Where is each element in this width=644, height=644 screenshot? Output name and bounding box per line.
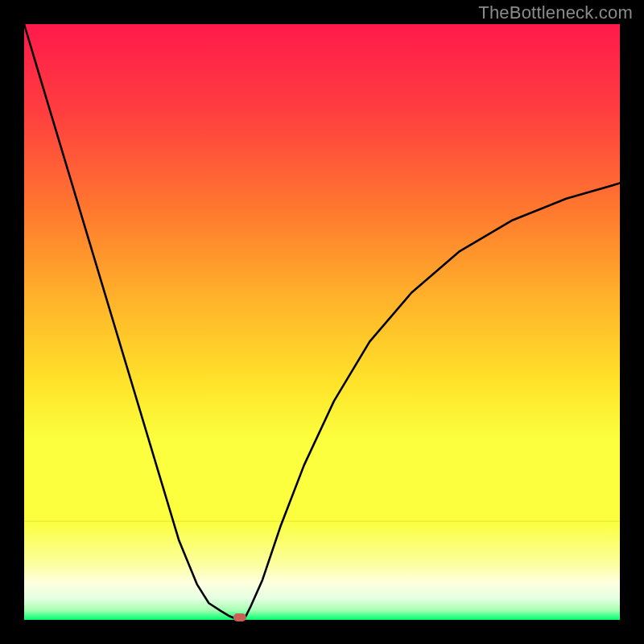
chart-frame: TheBottleneck.com: [0, 0, 644, 644]
bottleneck-chart: [0, 0, 644, 644]
optimal-marker: [233, 613, 246, 621]
background-gradient-top: [24, 24, 620, 522]
background-gradient-bottom: [24, 522, 620, 620]
watermark-text: TheBottleneck.com: [478, 2, 633, 23]
